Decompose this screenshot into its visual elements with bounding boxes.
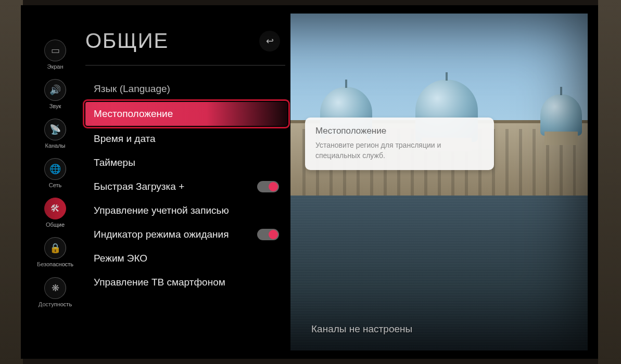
menu-item-label: Индикатор режима ожидания (94, 229, 257, 240)
menu-item-quick-start[interactable]: Быстрая Загрузка + (82, 175, 290, 199)
back-arrow-icon: ↩ (266, 35, 274, 47)
satellite-icon: 📡 (44, 119, 66, 140)
sidebar-item-channels[interactable]: 📡 Каналы (44, 119, 66, 149)
menu-item-label: Время и дата (94, 133, 279, 145)
standby-led-toggle[interactable] (257, 229, 279, 240)
menu-item-label: Таймеры (94, 157, 279, 168)
accessibility-icon: ❋ (44, 277, 66, 299)
sidebar-item-sound[interactable]: 🔊 Звук (44, 79, 66, 109)
sidebar-item-screen[interactable]: ▭ Экран (44, 40, 66, 70)
back-button[interactable]: ↩ (259, 31, 280, 51)
sidebar-item-accessibility[interactable]: ❋ Доступность (39, 277, 72, 307)
globe-icon: 🌐 (44, 158, 66, 180)
dome-icon (540, 94, 582, 136)
screen-icon: ▭ (44, 40, 66, 61)
quick-start-toggle[interactable] (257, 181, 279, 192)
preview-pane: Местоположение Установите регион для тра… (290, 14, 588, 350)
sidebar-item-label: Звук (49, 103, 61, 109)
speaker-icon: 🔊 (44, 79, 66, 101)
background-scene (290, 14, 588, 350)
sidebar-item-label: Безопасность (37, 261, 73, 267)
menu-item-label: Местоположение (94, 108, 276, 120)
menu-item-location[interactable]: Местоположение (85, 102, 287, 126)
settings-category-rail: ▭ Экран 🔊 Звук 📡 Каналы 🌐 Сеть 🛠 Общие 🔒 (33, 14, 77, 350)
settings-panel: ОБЩИЕ ↩ Язык (Language) Местоположение В… (77, 14, 290, 350)
menu-item-label: Режим ЭКО (94, 253, 279, 264)
sidebar-item-label: Каналы (45, 142, 65, 149)
menu-item-eco-mode[interactable]: Режим ЭКО (82, 246, 290, 270)
menu-item-timers[interactable]: Таймеры (82, 151, 290, 175)
info-tooltip: Местоположение Установите регион для тра… (305, 118, 494, 170)
settings-menu: Язык (Language) Местоположение Время и д… (82, 77, 290, 294)
menu-item-time-date[interactable]: Время и дата (82, 127, 290, 151)
lock-icon: 🔒 (44, 237, 66, 259)
toggle-knob-icon (269, 230, 278, 239)
sidebar-item-label: Сеть (49, 182, 61, 188)
page-title: ОБЩИЕ (85, 29, 169, 53)
divider (85, 65, 285, 66)
info-title: Местоположение (315, 126, 484, 136)
sidebar-item-label: Общие (46, 222, 65, 228)
menu-item-label: Управление ТВ смартфоном (94, 277, 279, 288)
sidebar-item-general[interactable]: 🛠 Общие (44, 198, 66, 228)
sidebar-item-label: Экран (47, 63, 63, 70)
wrench-icon: 🛠 (44, 198, 66, 219)
panel-header: ОБЩИЕ ↩ (82, 14, 290, 63)
menu-item-language[interactable]: Язык (Language) (82, 77, 290, 101)
menu-item-label: Управление учетной записью (94, 205, 279, 216)
menu-item-mobile-tv[interactable]: Управление ТВ смартфоном (82, 270, 290, 294)
menu-item-label: Язык (Language) (94, 83, 279, 95)
menu-item-account[interactable]: Управление учетной записью (82, 199, 290, 223)
sidebar-item-label: Доступность (39, 301, 72, 307)
screen: ▭ Экран 🔊 Звук 📡 Каналы 🌐 Сеть 🛠 Общие 🔒 (33, 14, 588, 350)
menu-item-standby-led[interactable]: Индикатор режима ожидания (82, 223, 290, 246)
tv-bezel: ▭ Экран 🔊 Звук 📡 Каналы 🌐 Сеть 🛠 Общие 🔒 (21, 5, 600, 359)
toggle-knob-icon (269, 182, 278, 191)
sidebar-item-security[interactable]: 🔒 Безопасность (37, 237, 73, 267)
menu-item-label: Быстрая Загрузка + (94, 181, 257, 192)
sidebar-item-network[interactable]: 🌐 Сеть (44, 158, 66, 188)
channel-status: Каналы не настроены (301, 323, 556, 335)
info-description: Установите регион для трансляции и специ… (315, 140, 484, 161)
